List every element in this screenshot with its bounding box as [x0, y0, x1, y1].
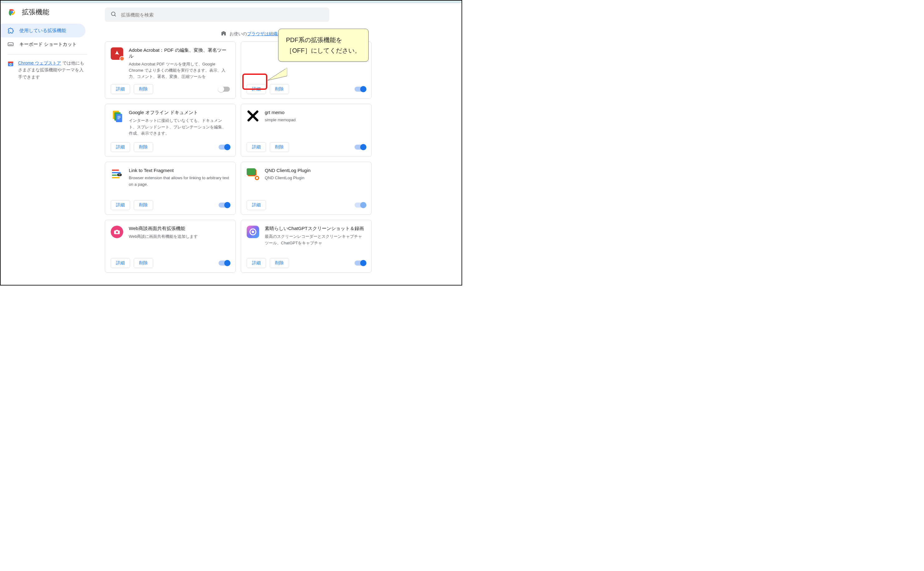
extension-card: 素晴らしいChatGPTスクリーンショット＆録画 最高のスクリーンレコーダーとス… [241, 220, 372, 273]
svg-rect-18 [112, 177, 119, 178]
extension-description: simple memopad [265, 117, 366, 123]
webstore-icon [8, 61, 14, 80]
svg-point-23 [116, 231, 118, 233]
chrome-logo-icon [8, 8, 16, 17]
sidebar-item-my-extensions[interactable]: 使用している拡張機能 [1, 24, 85, 37]
extension-icon [247, 110, 259, 122]
annotation-callout: PDF系の拡張機能を ［OFF］にしてください。 [278, 29, 369, 62]
extension-description: Browser extension that allows for linkin… [129, 175, 230, 187]
extension-description: Web商談に画面共有機能を追加します [129, 233, 230, 240]
enable-toggle[interactable] [219, 261, 230, 265]
details-button[interactable]: 詳細 [247, 258, 266, 268]
extension-card: QND ClientLog Plugin QND ClientLog Plugi… [241, 162, 372, 215]
callout-line-2: ［OFF］にしてください。 [286, 45, 361, 56]
annotation-highlight-box [242, 74, 267, 90]
svg-point-7 [10, 64, 11, 65]
extension-description: QND ClientLog Plugin [265, 175, 366, 181]
svg-rect-13 [117, 117, 121, 118]
remove-button[interactable]: 削除 [270, 258, 289, 268]
search-input[interactable] [121, 12, 324, 17]
extension-description: Adobe Acrobat PDF ツールを使用して、Google Chrome… [129, 61, 230, 80]
details-button[interactable]: 詳細 [111, 142, 130, 152]
app-title-row: 拡張機能 [1, 8, 94, 24]
page-title: 拡張機能 [22, 8, 49, 17]
puzzle-icon [8, 28, 14, 34]
svg-rect-11 [116, 114, 122, 122]
extension-title: Adobe Acrobat：PDF の編集、変換、署名ツール [129, 47, 230, 59]
enable-toggle[interactable] [219, 145, 230, 150]
svg-rect-14 [117, 119, 120, 119]
svg-marker-24 [267, 68, 287, 80]
extension-card: Google オフライン ドキュメント インターネットに接続していなくても、ドキ… [105, 104, 236, 157]
details-button[interactable]: 詳細 [247, 200, 266, 210]
remove-button[interactable]: 削除 [134, 84, 153, 94]
extension-title: Google オフライン ドキュメント [129, 110, 230, 116]
sidebar-item-keyboard-shortcuts[interactable]: キーボード ショートカット [1, 37, 85, 51]
extension-title: QND ClientLog Plugin [265, 168, 366, 173]
remove-button[interactable]: 削除 [134, 258, 153, 268]
window-top-accent [1, 1, 462, 3]
extension-icon [111, 47, 123, 60]
remove-button[interactable]: 削除 [270, 142, 289, 152]
svg-rect-15 [112, 170, 119, 171]
extension-card: Web商談画面共有拡張機能 Web商談に画面共有機能を追加します 詳細 削除 [105, 220, 236, 273]
sidebar-item-label: 使用している拡張機能 [19, 28, 66, 34]
enable-toggle[interactable] [219, 202, 230, 208]
extension-icon [247, 168, 259, 180]
sidebar-item-label: キーボード ショートカット [19, 42, 77, 47]
svg-rect-5 [8, 62, 13, 63]
search-icon [110, 11, 117, 19]
extension-card: grt memo simple memopad 詳細 削除 [241, 104, 372, 157]
extension-icon [111, 168, 123, 180]
extension-title: grt memo [265, 110, 366, 115]
remove-button[interactable]: 削除 [134, 200, 153, 210]
app-container: 拡張機能 使用している拡張機能 キーボード ショートカット Chrome ウェブ… [1, 3, 462, 285]
remove-button[interactable]: 削除 [134, 142, 153, 152]
keyboard-icon [8, 41, 14, 47]
enable-toggle[interactable] [355, 261, 366, 265]
extension-icon [111, 110, 123, 122]
details-button[interactable]: 詳細 [111, 200, 130, 210]
managed-prefix: お使いの [230, 31, 247, 36]
webstore-link[interactable]: Chrome ウェブストア [18, 60, 61, 65]
details-button[interactable]: 詳細 [111, 84, 130, 94]
webstore-text: Chrome ウェブストア では他にもさまざまな拡張機能やテーマを入手できます [18, 60, 87, 80]
extension-card: Link to Text Fragment Browser extension … [105, 162, 236, 215]
svg-rect-22 [256, 177, 258, 179]
enable-toggle[interactable] [219, 86, 230, 92]
extension-title: 素晴らしいChatGPTスクリーンショット＆録画 [265, 226, 366, 231]
extension-description: インターネットに接続していなくても、ドキュメント、スプレッドシート、プレゼンテー… [129, 117, 230, 136]
enable-toggle[interactable] [355, 86, 366, 92]
svg-rect-21 [247, 168, 255, 175]
svg-rect-16 [112, 172, 121, 173]
search-bar[interactable] [105, 8, 329, 22]
svg-point-8 [111, 12, 115, 15]
managed-by-org-notice: お使いのブラウザは組織によって管理されています [94, 31, 457, 37]
extension-title: Web商談画面共有拡張機能 [129, 226, 230, 231]
enable-toggle[interactable] [355, 145, 366, 150]
extension-title: Link to Text Fragment [129, 168, 230, 173]
extension-icon [247, 47, 259, 60]
svg-rect-12 [117, 116, 121, 117]
svg-rect-3 [8, 43, 13, 46]
sidebar: 拡張機能 使用している拡張機能 キーボード ショートカット Chrome ウェブ… [1, 3, 94, 285]
main-content: お使いのブラウザは組織によって管理されています Adobe Acrobat：PD… [94, 3, 462, 285]
extension-description: 最高のスクリーンレコーダーとスクリーンキャプチャツール。ChatGPTをキャプチ… [265, 233, 366, 246]
building-icon [221, 31, 226, 37]
webstore-promo: Chrome ウェブストア では他にもさまざまな拡張機能やテーマを入手できます [1, 60, 94, 80]
extension-icon [247, 226, 259, 238]
details-button[interactable]: 詳細 [247, 142, 266, 152]
svg-rect-17 [112, 174, 117, 176]
callout-tail-icon [267, 68, 289, 86]
callout-line-1: PDF系の拡張機能を [286, 35, 361, 45]
extension-card: Adobe Acrobat：PDF の編集、変換、署名ツール Adobe Acr… [105, 42, 236, 99]
details-button[interactable]: 詳細 [111, 258, 130, 268]
extension-icon [111, 226, 123, 238]
enable-toggle [355, 202, 366, 208]
